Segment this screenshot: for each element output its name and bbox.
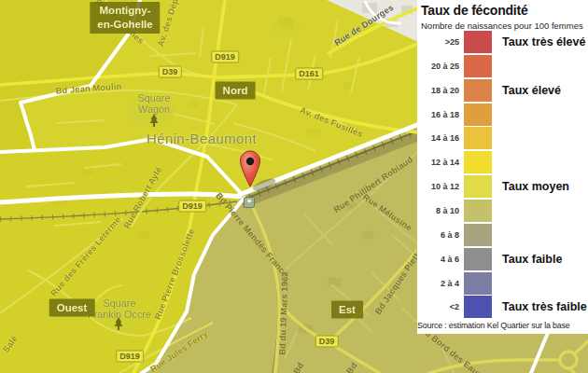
city-label: Hénin-Beaumont <box>147 131 257 146</box>
legend-swatch <box>464 272 492 295</box>
legend-range-label: <2 <box>417 302 459 311</box>
legend-swatch <box>464 104 492 126</box>
train-station-icon[interactable] <box>244 197 255 208</box>
legend-category-label: Taux très élevé <box>502 35 585 48</box>
legend-swatch <box>464 31 492 53</box>
legend-panel: Taux de fécondité Nombre de naissances p… <box>417 0 588 334</box>
legend-range-label: 20 à 25 <box>417 62 459 71</box>
legend-swatch <box>464 248 492 270</box>
legend-category-label: Taux très faible <box>502 300 587 313</box>
legend-range-label: 14 à 16 <box>417 133 459 143</box>
marker-pin-shape <box>241 151 260 186</box>
legend-category-label: Taux moyen <box>502 180 569 193</box>
legend-title: Taux de fécondité <box>421 3 528 18</box>
legend-category-label: Taux faible <box>502 253 562 266</box>
legend-swatch <box>464 79 492 102</box>
map-view[interactable]: Rue d'AthènesAv. des DépBd Jean MoulinRu… <box>0 0 588 373</box>
legend-range-label: >25 <box>417 37 459 47</box>
legend-swatch <box>464 55 492 77</box>
legend-swatch <box>464 200 492 222</box>
legend-source: Source : estimation Kel Quartier sur la … <box>417 321 588 330</box>
legend-range-label: 4 à 6 <box>417 255 459 264</box>
legend-range-label: 16 à 18 <box>417 110 459 119</box>
legend-range-label: 8 à 10 <box>417 206 459 215</box>
legend-range-label: 12 à 14 <box>417 158 459 167</box>
legend-range-label: 6 à 8 <box>417 230 459 240</box>
marker-pin-dot <box>246 158 254 165</box>
legend-range-label: 2 à 4 <box>417 279 459 288</box>
legend-swatch <box>464 175 492 198</box>
legend-swatch <box>464 296 492 318</box>
legend-swatch <box>464 224 492 246</box>
legend-range-label: 10 à 12 <box>417 182 459 191</box>
map-marker-icon[interactable] <box>236 149 264 190</box>
legend-category-label: Taux élevé <box>502 84 561 97</box>
legend-range-label: 18 à 20 <box>417 86 459 95</box>
legend-swatch <box>464 151 492 173</box>
legend-swatch <box>464 127 492 149</box>
legend-subtitle: Nombre de naissances pour 100 femmes <box>421 21 583 31</box>
